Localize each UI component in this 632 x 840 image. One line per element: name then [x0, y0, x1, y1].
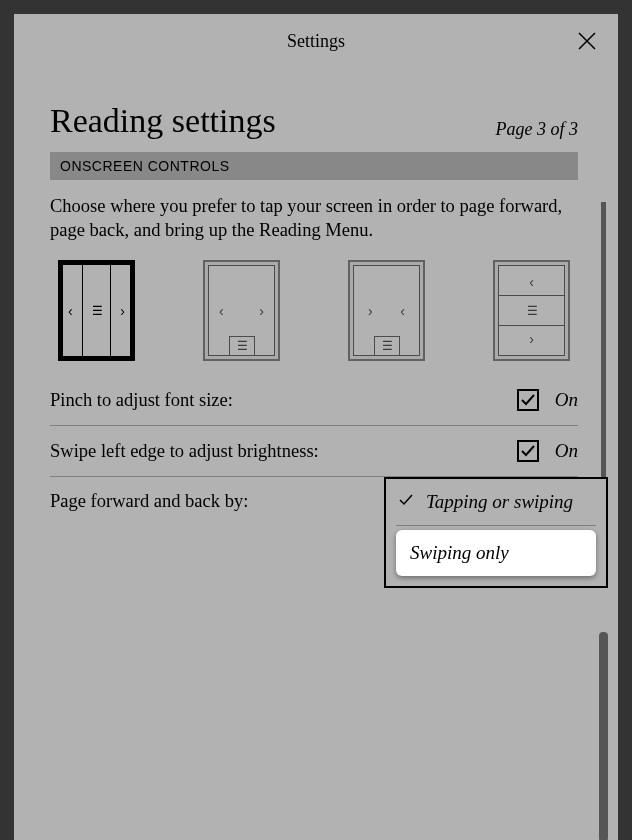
modal-header: Settings	[14, 14, 618, 68]
setting-pinch-font: Pinch to adjust font size: On	[50, 375, 578, 426]
tap-zone-option-3[interactable]: › ‹ ☰	[348, 260, 425, 361]
page-title: Reading settings	[50, 102, 276, 140]
checkbox-checked-icon	[517, 440, 539, 462]
tap-zone-option-4[interactable]: ‹ ☰ ›	[493, 260, 570, 361]
modal-title: Settings	[287, 31, 345, 52]
toggle-state: On	[555, 440, 578, 462]
scrollbar-thumb[interactable]	[599, 632, 608, 840]
setting-page-nav: Page forward and back by: Tapping or swi…	[50, 477, 578, 512]
menu-icon: ☰	[237, 340, 247, 352]
chevron-right-icon: ›	[120, 304, 125, 318]
close-button[interactable]	[576, 30, 598, 52]
close-icon	[576, 30, 598, 52]
menu-zone: ☰	[229, 336, 255, 356]
tap-zone-option-1[interactable]: ‹ ☰ ›	[58, 260, 135, 361]
tap-zone-options: ‹ ☰ › ‹ › ☰	[50, 260, 578, 361]
setting-label: Page forward and back by:	[50, 491, 248, 512]
dropdown-option-swiping-only[interactable]: Swiping only	[396, 530, 596, 576]
chevron-left-icon: ‹	[529, 275, 534, 289]
setting-label: Pinch to adjust font size:	[50, 390, 233, 411]
section-header: ONSCREEN CONTROLS	[50, 152, 578, 180]
check-icon	[398, 491, 416, 513]
menu-zone: ☰	[374, 336, 400, 356]
dropdown-option-label: Tapping or swiping	[426, 491, 573, 513]
chevron-right-icon: ›	[259, 304, 264, 318]
scrollbar-track[interactable]	[601, 202, 606, 496]
menu-icon: ☰	[527, 305, 537, 317]
section-description: Choose where you prefer to tap your scre…	[50, 194, 578, 242]
pinch-toggle[interactable]: On	[517, 389, 578, 411]
tap-zone-option-2[interactable]: ‹ › ☰	[203, 260, 280, 361]
checkbox-checked-icon	[517, 389, 539, 411]
dropdown-option-label: Swiping only	[410, 542, 509, 564]
brightness-toggle[interactable]: On	[517, 440, 578, 462]
chevron-right-icon: ›	[368, 304, 373, 318]
toggle-state: On	[555, 389, 578, 411]
dropdown-option-tapping-swiping[interactable]: Tapping or swiping	[386, 479, 606, 525]
chevron-left-icon: ‹	[400, 304, 405, 318]
settings-modal: Settings Reading settings Page 3 of 3 ON…	[14, 14, 618, 840]
chevron-right-icon: ›	[529, 332, 534, 346]
page-indicator: Page 3 of 3	[496, 119, 579, 140]
menu-icon: ☰	[382, 340, 392, 352]
chevron-left-icon: ‹	[219, 304, 224, 318]
setting-swipe-brightness: Swipe left edge to adjust brightness: On	[50, 426, 578, 477]
menu-icon: ☰	[92, 305, 102, 317]
page-header: Reading settings Page 3 of 3	[50, 102, 578, 140]
setting-label: Swipe left edge to adjust brightness:	[50, 441, 319, 462]
divider	[396, 525, 596, 526]
chevron-left-icon: ‹	[68, 304, 73, 318]
page-nav-dropdown[interactable]: Tapping or swiping Swiping only	[384, 477, 608, 588]
